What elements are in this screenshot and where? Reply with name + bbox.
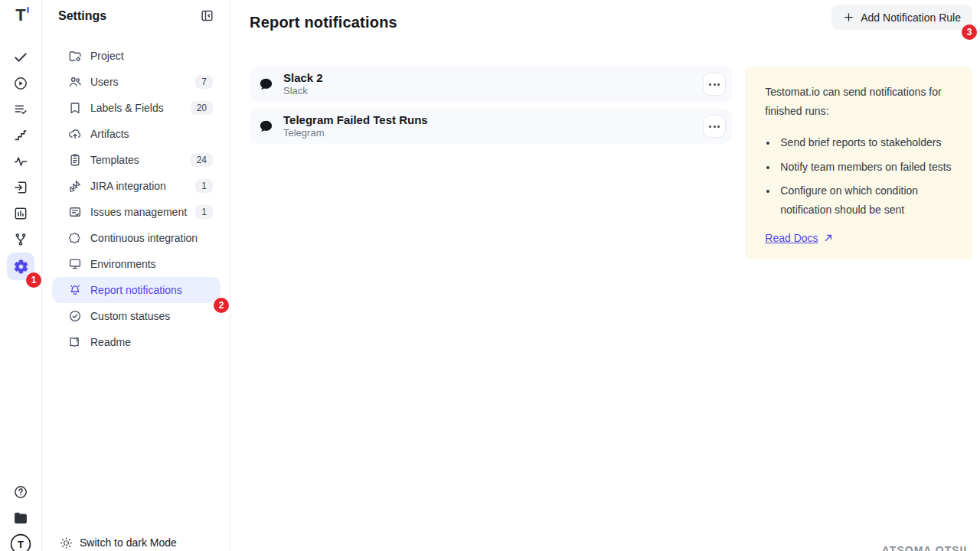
play-circle-icon [13, 76, 28, 91]
sidebar-item-templates[interactable]: Templates 24 [52, 147, 220, 173]
rail-item-tests[interactable] [7, 44, 34, 70]
sidebar-item-label: Custom statuses [90, 310, 170, 322]
rule-name: Slack 2 [283, 72, 323, 85]
add-notification-rule-button[interactable]: Add Notification Rule [831, 5, 972, 30]
sidebar-item-project[interactable]: Project [52, 43, 220, 69]
rule-row-slack[interactable]: Slack 2 Slack [250, 67, 732, 102]
rail-item-versions[interactable] [7, 227, 34, 253]
sidebar-item-readme[interactable]: Readme [52, 329, 220, 355]
count-badge: 1 [195, 179, 213, 193]
dot [717, 126, 720, 128]
sidebar-item-label: Project [90, 50, 124, 62]
check-icon [13, 50, 28, 65]
sun-icon [60, 536, 73, 549]
rule-name: Telegram Failed Test Runs [283, 114, 428, 127]
info-bullet: Send brief reports to stakeholders [778, 133, 953, 152]
rail-bottom: T [7, 479, 34, 551]
main-header: Report notifications Add Notification Ru… [231, 0, 980, 31]
rail-item-milestones[interactable] [7, 122, 34, 148]
collapse-sidebar-button[interactable] [200, 8, 214, 23]
sidebar-item-labels-fields[interactable]: Labels & Fields 20 [52, 95, 220, 121]
rail-item-help[interactable] [7, 479, 34, 505]
sidebar-item-continuous-integration[interactable]: Continuous integration [52, 225, 220, 251]
sidebar-item-issues-management[interactable]: Issues management 1 [52, 199, 220, 225]
add-button-label: Add Notification Rule [861, 11, 961, 24]
bell-ringing-icon [68, 283, 82, 297]
folder-icon [13, 510, 28, 526]
dot [717, 83, 720, 86]
jira-icon [68, 179, 82, 193]
info-bullet-list: Send brief reports to stakeholders Notif… [765, 133, 953, 219]
list-check-icon [13, 102, 28, 117]
bookmark-icon [68, 101, 82, 115]
users-icon [68, 75, 82, 89]
sidebar-item-label: Templates [90, 154, 139, 166]
read-docs-label: Read Docs [765, 232, 818, 244]
external-arrow-icon [823, 233, 834, 243]
rule-channel: Slack [283, 86, 323, 96]
rail-item-settings[interactable]: 1 [7, 253, 34, 280]
annotation-step-3: 3 [962, 24, 977, 40]
logo-tick [27, 7, 29, 13]
rail-item-runs[interactable] [7, 70, 34, 96]
sidebar-item-label: Report notifications [90, 284, 182, 296]
dot [709, 83, 711, 86]
activity-icon [13, 154, 28, 169]
sidebar-title: Settings [58, 9, 106, 23]
help-circle-icon [13, 484, 28, 500]
dot [709, 126, 711, 128]
branch-icon [13, 232, 28, 247]
sidebar-item-report-notifications[interactable]: Report notifications 2 [52, 277, 220, 303]
logo-circle: T [10, 533, 31, 551]
annotation-step-2: 2 [214, 298, 229, 313]
clipped-text-fragment: ATSOMA OTSIL [882, 544, 971, 551]
rule-more-button[interactable] [703, 115, 726, 138]
sidebar-item-label: Readme [90, 336, 131, 348]
monitor-icon [68, 257, 82, 271]
book-icon [68, 335, 82, 349]
main-content: Report notifications Add Notification Ru… [231, 0, 980, 551]
rule-row-telegram[interactable]: Telegram Failed Test Runs Telegram [250, 109, 732, 144]
clipboard-icon [68, 153, 82, 167]
content-area: Slack 2 Slack Telegram Failed Test Runs … [231, 67, 980, 259]
info-bullet: Configure on which condition notificatio… [778, 181, 953, 219]
count-badge: 1 [195, 205, 213, 219]
sidebar-item-label: JIRA integration [90, 180, 166, 192]
count-badge: 20 [191, 101, 213, 115]
rail-nav: 1 [7, 44, 34, 280]
page-title: Report notifications [250, 14, 397, 31]
svg-text:T: T [18, 539, 24, 550]
sidebar-item-label: Labels & Fields [90, 102, 164, 114]
rule-channel: Telegram [283, 128, 428, 139]
gear-icon [13, 259, 29, 275]
sidebar-item-custom-statuses[interactable]: Custom statuses [52, 303, 220, 329]
app-logo[interactable]: T [15, 6, 25, 26]
rail-item-account[interactable]: T [7, 531, 34, 551]
read-docs-link[interactable]: Read Docs [765, 232, 833, 244]
rail-item-reports[interactable] [7, 201, 34, 227]
sidebar-item-label: Artifacts [90, 128, 129, 140]
sidebar-item-label: Continuous integration [90, 232, 198, 244]
count-badge: 24 [191, 153, 213, 167]
sidebar-item-users[interactable]: Users 7 [52, 69, 220, 95]
check-circle-icon [68, 309, 82, 323]
info-bullet: Notify team members on failed tests [778, 158, 953, 177]
icon-rail: T 1 [0, 0, 42, 551]
info-intro: Testomat.io can send notifications for f… [765, 83, 953, 120]
sidebar-item-environments[interactable]: Environments [52, 251, 220, 277]
logo-letter: T [15, 6, 25, 24]
dot [714, 126, 716, 128]
rail-item-plans[interactable] [7, 96, 34, 122]
folder-cog-icon [68, 49, 82, 63]
ci-seal-icon [68, 231, 82, 245]
sidebar-item-label: Environments [90, 258, 156, 270]
rail-item-analytics[interactable] [7, 148, 34, 174]
rule-more-button[interactable] [703, 73, 726, 96]
sidebar-item-jira-integration[interactable]: JIRA integration 1 [52, 173, 220, 199]
settings-nav: Project Users 7 Labels & Fields 20 Artif… [43, 43, 230, 355]
sidebar-header: Settings [43, 0, 230, 23]
rail-item-pulls[interactable] [7, 174, 34, 201]
dark-mode-toggle[interactable]: Switch to dark Mode [60, 531, 177, 551]
sidebar-item-artifacts[interactable]: Artifacts [52, 121, 220, 147]
rail-item-projects[interactable] [7, 505, 34, 531]
